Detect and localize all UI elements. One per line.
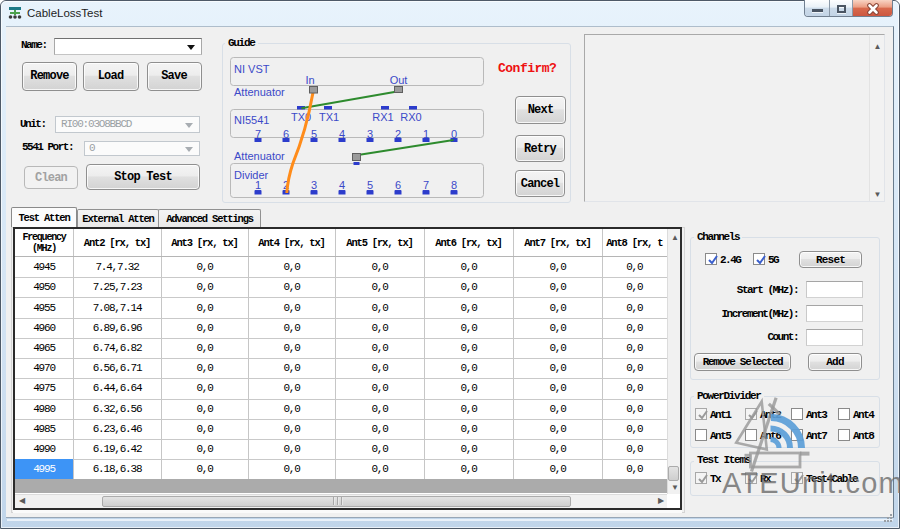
svg-text:TX1: TX1 (319, 111, 339, 123)
svg-text:2: 2 (395, 128, 401, 140)
svg-text:6: 6 (283, 128, 289, 140)
svg-text:5: 5 (367, 179, 373, 191)
svg-text:In: In (305, 74, 314, 86)
svg-text:4: 4 (339, 179, 345, 191)
svg-text:0: 0 (451, 128, 457, 140)
svg-text:3: 3 (367, 128, 373, 140)
svg-text:Attenuator: Attenuator (234, 86, 285, 98)
svg-text:RX1: RX1 (372, 111, 393, 123)
svg-text:6: 6 (395, 179, 401, 191)
svg-text:Attenuator: Attenuator (234, 150, 285, 162)
svg-text:5: 5 (311, 128, 317, 140)
svg-text:Divider: Divider (234, 169, 269, 181)
svg-text:NI5541: NI5541 (234, 114, 269, 126)
svg-text:3: 3 (311, 179, 317, 191)
svg-text:7: 7 (255, 128, 261, 140)
svg-text:RX0: RX0 (400, 111, 421, 123)
svg-text:7: 7 (423, 179, 429, 191)
svg-text:8: 8 (451, 179, 457, 191)
svg-text:4: 4 (339, 128, 345, 140)
svg-text:NI VST: NI VST (234, 63, 270, 75)
svg-text:1: 1 (255, 179, 261, 191)
svg-text:1: 1 (423, 128, 429, 140)
svg-text:Out: Out (390, 74, 408, 86)
